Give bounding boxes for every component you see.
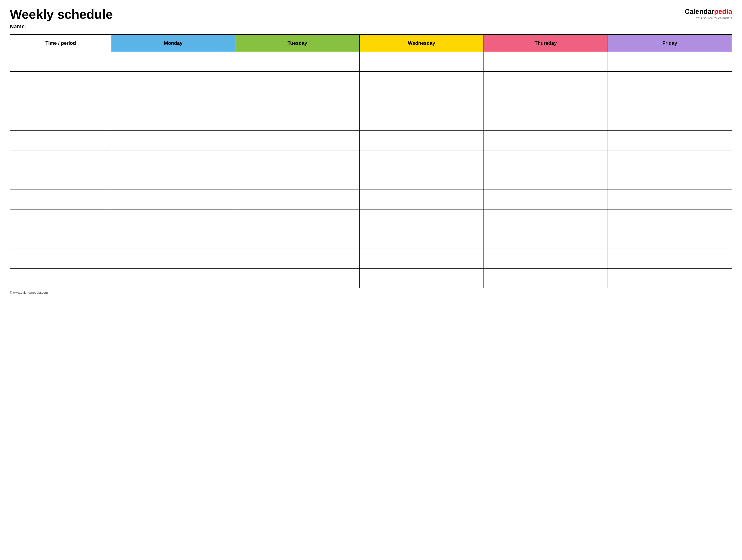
- header-thursday: Thursday: [483, 35, 607, 52]
- schedule-cell[interactable]: [608, 150, 732, 170]
- schedule-cell[interactable]: [483, 209, 607, 229]
- header-friday: Friday: [608, 35, 732, 52]
- header-monday: Monday: [111, 35, 235, 52]
- schedule-cell[interactable]: [608, 71, 732, 91]
- time-cell[interactable]: [10, 91, 111, 111]
- schedule-cell[interactable]: [483, 91, 607, 111]
- schedule-cell[interactable]: [235, 150, 360, 170]
- schedule-cell[interactable]: [608, 52, 732, 71]
- schedule-cell[interactable]: [360, 209, 483, 229]
- schedule-cell[interactable]: [111, 209, 235, 229]
- table-row: [10, 130, 732, 150]
- page-title: Weekly schedule: [10, 7, 113, 21]
- time-cell[interactable]: [10, 268, 111, 288]
- schedule-cell[interactable]: [360, 111, 483, 130]
- brand-pedia: pedia: [714, 8, 732, 15]
- brand-tagline: Your source for calendars: [696, 16, 732, 20]
- schedule-cell[interactable]: [111, 248, 235, 268]
- schedule-cell[interactable]: [608, 111, 732, 130]
- name-label: Name:: [10, 23, 113, 30]
- schedule-cell[interactable]: [483, 248, 607, 268]
- schedule-cell[interactable]: [235, 91, 360, 111]
- page-header: Weekly schedule Name: Calendarpedia Your…: [10, 7, 732, 30]
- time-cell[interactable]: [10, 189, 111, 209]
- header-tuesday: Tuesday: [235, 35, 360, 52]
- schedule-cell[interactable]: [483, 130, 607, 150]
- schedule-cell[interactable]: [483, 111, 607, 130]
- time-cell[interactable]: [10, 52, 111, 71]
- schedule-cell[interactable]: [608, 91, 732, 111]
- footer-url: © www.calendarpedia.com: [10, 291, 48, 294]
- schedule-cell[interactable]: [360, 170, 483, 189]
- schedule-cell[interactable]: [483, 268, 607, 288]
- table-row: [10, 111, 732, 130]
- schedule-cell[interactable]: [111, 229, 235, 248]
- footer: © www.calendarpedia.com: [10, 291, 732, 294]
- table-row: [10, 268, 732, 288]
- schedule-cell[interactable]: [483, 229, 607, 248]
- time-cell[interactable]: [10, 229, 111, 248]
- schedule-cell[interactable]: [483, 150, 607, 170]
- schedule-cell[interactable]: [360, 268, 483, 288]
- schedule-cell[interactable]: [483, 71, 607, 91]
- time-cell[interactable]: [10, 71, 111, 91]
- table-row: [10, 150, 732, 170]
- time-cell[interactable]: [10, 111, 111, 130]
- schedule-cell[interactable]: [111, 71, 235, 91]
- schedule-cell[interactable]: [608, 229, 732, 248]
- schedule-cell[interactable]: [360, 130, 483, 150]
- schedule-cell[interactable]: [235, 71, 360, 91]
- schedule-cell[interactable]: [360, 150, 483, 170]
- schedule-cell[interactable]: [608, 189, 732, 209]
- table-row: [10, 229, 732, 248]
- schedule-cell[interactable]: [235, 229, 360, 248]
- schedule-cell[interactable]: [608, 209, 732, 229]
- schedule-cell[interactable]: [483, 170, 607, 189]
- schedule-cell[interactable]: [235, 189, 360, 209]
- schedule-cell[interactable]: [360, 91, 483, 111]
- schedule-cell[interactable]: [111, 111, 235, 130]
- schedule-cell[interactable]: [235, 52, 360, 71]
- table-row: [10, 91, 732, 111]
- schedule-cell[interactable]: [235, 170, 360, 189]
- table-row: [10, 170, 732, 189]
- table-header-row: Time / period Monday Tuesday Wednesday T…: [10, 35, 732, 52]
- time-cell[interactable]: [10, 209, 111, 229]
- schedule-cell[interactable]: [235, 209, 360, 229]
- schedule-cell[interactable]: [111, 268, 235, 288]
- schedule-cell[interactable]: [483, 52, 607, 71]
- time-cell[interactable]: [10, 150, 111, 170]
- title-area: Weekly schedule Name:: [10, 7, 113, 30]
- schedule-cell[interactable]: [360, 52, 483, 71]
- time-cell[interactable]: [10, 170, 111, 189]
- schedule-cell[interactable]: [608, 248, 732, 268]
- schedule-cell[interactable]: [360, 248, 483, 268]
- schedule-cell[interactable]: [111, 130, 235, 150]
- schedule-cell[interactable]: [111, 189, 235, 209]
- schedule-body: [10, 52, 732, 288]
- table-row: [10, 71, 732, 91]
- schedule-cell[interactable]: [235, 268, 360, 288]
- time-cell[interactable]: [10, 130, 111, 150]
- schedule-cell[interactable]: [360, 189, 483, 209]
- table-row: [10, 209, 732, 229]
- time-cell[interactable]: [10, 248, 111, 268]
- brand-calendar: Calendar: [685, 8, 714, 15]
- schedule-cell[interactable]: [111, 91, 235, 111]
- schedule-cell[interactable]: [235, 111, 360, 130]
- weekly-schedule-table: Time / period Monday Tuesday Wednesday T…: [10, 34, 732, 288]
- table-row: [10, 248, 732, 268]
- schedule-cell[interactable]: [111, 170, 235, 189]
- header-time: Time / period: [10, 35, 111, 52]
- schedule-cell[interactable]: [608, 170, 732, 189]
- schedule-cell[interactable]: [360, 229, 483, 248]
- logo-area: Calendarpedia Your source for calendars: [685, 7, 732, 20]
- schedule-cell[interactable]: [360, 71, 483, 91]
- schedule-cell[interactable]: [235, 248, 360, 268]
- schedule-cell[interactable]: [111, 150, 235, 170]
- schedule-cell[interactable]: [111, 52, 235, 71]
- schedule-cell[interactable]: [483, 189, 607, 209]
- schedule-cell[interactable]: [608, 268, 732, 288]
- schedule-cell[interactable]: [608, 130, 732, 150]
- schedule-cell[interactable]: [235, 130, 360, 150]
